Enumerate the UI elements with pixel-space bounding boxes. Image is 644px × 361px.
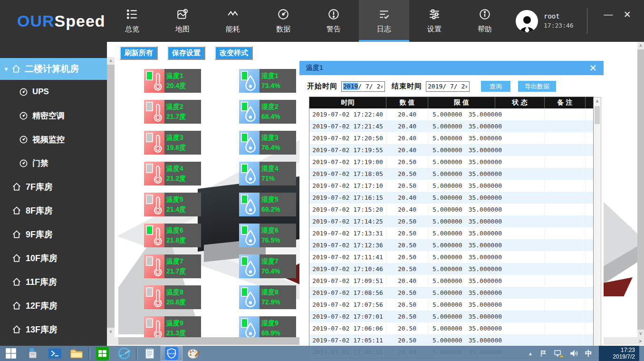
table-row[interactable]: 2019-07-02 17:14:2520.505.00000035.00000… [309, 215, 593, 227]
scrollbar-thumb[interactable] [595, 106, 600, 124]
refresh-all-button[interactable]: 刷新所有 [120, 46, 158, 60]
sensor-card-temperature-5[interactable]: 温度521.4度 [144, 193, 201, 216]
tab-log[interactable]: 日志 [359, 0, 409, 42]
tray-expand-icon[interactable]: ▲ [528, 351, 533, 356]
volume-icon[interactable] [570, 350, 578, 357]
user-box[interactable]: root 17:23:46 [516, 0, 574, 42]
sensor-card-temperature-3[interactable]: 温度319.6度 [144, 131, 201, 155]
sidebar-item-device-3[interactable]: 门禁 [0, 151, 107, 175]
content-left-scrollbar[interactable]: ˄ ˅ [107, 57, 115, 345]
tab-energy[interactable]: 能耗 [208, 0, 258, 42]
taskbar-app-paint[interactable] [183, 346, 204, 361]
sensor-card-humidity-7[interactable]: 湿度770.4% [239, 254, 296, 278]
dialog-close-icon[interactable]: ✕ [589, 63, 597, 73]
sidebar-item-device-0[interactable]: UPS [0, 80, 107, 104]
taskbar-app-system-tool[interactable] [22, 346, 44, 361]
sensor-card-temperature-6[interactable]: 温度621.8度 [144, 224, 201, 247]
scroll-up-icon[interactable]: ˄ [107, 57, 115, 65]
date-rest[interactable]: / 7/ 2 [358, 83, 380, 90]
sensor-card-temperature-2[interactable]: 温度221.7度 [144, 100, 201, 124]
sidebar-item-room-5[interactable]: 12F库房 [0, 294, 107, 318]
taskbar-app-monitoring-app[interactable]: MONITORING [161, 346, 183, 361]
action-center-flag-icon[interactable] [539, 350, 548, 358]
scroll-up-icon[interactable]: ˄ [594, 98, 601, 105]
table-row[interactable]: 2019-07-02 17:07:0120.505.00000035.00000… [309, 311, 593, 322]
sidebar-item-room-0[interactable]: 7F库房 [0, 175, 107, 199]
table-row[interactable]: 2019-07-02 17:10:4620.505.00000035.00000… [309, 263, 593, 275]
close-button[interactable]: ✕ [618, 0, 637, 29]
table-row[interactable]: 2019-07-02 17:19:0020.505.00000035.00000… [309, 156, 593, 168]
tab-help[interactable]: 帮助 [460, 0, 510, 42]
sensor-card-humidity-5[interactable]: 湿度569.2% [239, 193, 296, 216]
table-row[interactable]: 2019-07-02 17:19:5520.405.00000035.00000… [309, 144, 593, 156]
sensor-card-humidity-4[interactable]: 湿度471% [239, 162, 296, 185]
table-row[interactable]: 2019-07-02 17:22:4020.405.00000035.00000… [309, 108, 593, 120]
table-scrollbar[interactable]: ˄ [594, 97, 601, 358]
chevron-down-icon[interactable]: ∨ [465, 84, 468, 89]
sensor-card-temperature-4[interactable]: 温度421.2度 [144, 162, 201, 185]
ime-indicator[interactable]: 中 [585, 349, 592, 358]
tab-overview[interactable]: 总览 [107, 0, 157, 42]
table-row[interactable]: 2019-07-02 17:11:4120.505.00000035.00000… [309, 251, 593, 263]
sidebar-item-room-1[interactable]: 8F库房 [0, 199, 107, 223]
change-style-button[interactable]: 改变样式 [215, 46, 253, 60]
taskbar-app-internet-explorer[interactable]: e [113, 346, 135, 361]
end-date-picker[interactable]: 2019/ 7/ 2 ∨ [426, 81, 470, 92]
sensor-card-temperature-1[interactable]: 温度120.4度 [144, 69, 201, 93]
table-row[interactable]: 2019-07-02 17:09:5120.405.00000035.00000… [309, 275, 593, 287]
tab-alert[interactable]: 警告 [308, 0, 359, 42]
table-row[interactable]: 2019-07-02 17:15:2020.405.00000035.00000… [309, 204, 593, 215]
scrollbar-thumb[interactable] [107, 65, 115, 328]
sidebar-item-device-2[interactable]: 视频监控 [0, 127, 107, 151]
table-row[interactable]: 2019-07-02 17:17:1020.505.00000035.00000… [309, 180, 593, 192]
save-settings-button[interactable]: 保存设置 [167, 46, 205, 60]
sidebar-item-room-2[interactable]: 9F库房 [0, 223, 107, 246]
scroll-right-icon[interactable]: ˃ [636, 339, 644, 344]
taskbar-app-powershell[interactable] [44, 346, 66, 361]
table-row[interactable]: 2019-07-02 17:08:5620.505.00000035.00000… [309, 287, 593, 299]
table-row[interactable]: 2019-07-02 17:21:4520.405.00000035.00000… [309, 120, 593, 132]
table-row[interactable]: 2019-07-02 17:20:5020.405.00000035.00000… [309, 132, 593, 144]
table-row[interactable]: 2019-07-02 17:18:0520.505.00000035.00000… [309, 168, 593, 180]
date-value[interactable]: 2019/ 7/ 2 [428, 83, 465, 90]
sensor-card-humidity-3[interactable]: 湿度376.4% [239, 131, 296, 155]
tab-data[interactable]: 数据 [258, 0, 308, 42]
content-right-scrollbar[interactable]: ˄ ˅ [637, 42, 644, 337]
table-row[interactable]: 2019-07-02 17:06:0620.505.00000035.00000… [309, 322, 593, 334]
minimize-button[interactable]: — [599, 0, 618, 29]
taskbar-clock[interactable]: 17:232019/7/2 [599, 346, 639, 361]
sidebar-item-device-1[interactable]: 精密空调 [0, 104, 107, 127]
chevron-down-icon[interactable]: ∨ [381, 84, 383, 89]
sidebar-item-room-6[interactable]: 13F库房 [0, 318, 107, 341]
network-warning-icon[interactable]: ! [554, 350, 563, 358]
sensor-card-humidity-6[interactable]: 湿度676.5% [239, 224, 296, 247]
query-button[interactable]: 查询 [481, 81, 510, 92]
date-selected-segment[interactable]: 2019 [343, 83, 358, 90]
sidebar-item-room-4[interactable]: 11F库房 [0, 270, 107, 294]
scroll-down-icon[interactable]: ˅ [637, 330, 644, 337]
sidebar-item-active-room[interactable]: ▾二楼计算机房 [0, 58, 107, 80]
sensor-card-temperature-7[interactable]: 温度721.7度 [144, 254, 201, 278]
table-row[interactable]: 2019-07-02 17:13:3120.505.00000035.00000… [309, 227, 593, 239]
scroll-down-icon[interactable]: ˅ [107, 328, 115, 335]
scrollbar-thumb[interactable] [637, 49, 644, 330]
start-date-picker[interactable]: 2019/ 7/ 2 ∨ [341, 81, 385, 92]
scroll-up-icon[interactable]: ˄ [637, 42, 644, 49]
tab-map[interactable]: 地图 [157, 0, 208, 42]
export-data-button[interactable]: 导出数据 [518, 81, 556, 92]
avatar[interactable] [516, 10, 538, 32]
table-row[interactable]: 2019-07-02 17:05:1120.505.00000035.00000… [309, 334, 593, 346]
sensor-card-humidity-2[interactable]: 湿度268.4% [239, 100, 296, 124]
sidebar-item-room-3[interactable]: 10F库房 [0, 246, 107, 270]
taskbar-app-start[interactable] [0, 346, 22, 361]
table-row[interactable]: 2019-07-02 17:16:1520.405.00000035.00000… [309, 192, 593, 204]
table-row[interactable]: 2019-07-02 17:07:5620.505.00000035.00000… [309, 299, 593, 311]
table-row[interactable]: 2019-07-02 17:12:3620.505.00000035.00000… [309, 239, 593, 251]
tab-settings[interactable]: 设置 [409, 0, 460, 42]
taskbar-app-file-explorer[interactable] [66, 346, 87, 361]
taskbar-app-windows-store[interactable] [91, 346, 113, 361]
sensor-card-temperature-8[interactable]: 温度820.8度 [144, 285, 201, 309]
sensor-card-temperature-9[interactable]: 温度921.3度 [144, 316, 201, 340]
sensor-card-humidity-1[interactable]: 湿度173.4% [239, 69, 296, 93]
sensor-card-humidity-8[interactable]: 湿度872.9% [239, 285, 296, 309]
